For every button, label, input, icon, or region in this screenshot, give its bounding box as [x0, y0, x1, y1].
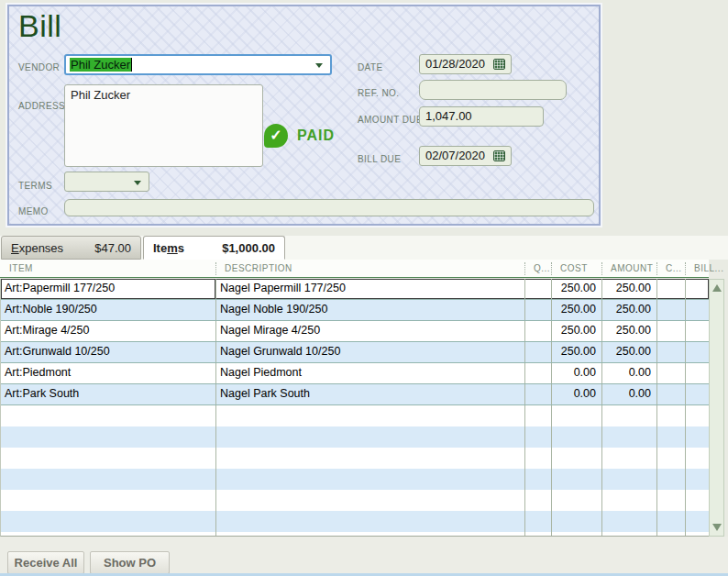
footer-bar: Receive All Show PO	[0, 537, 728, 576]
col-header-customer[interactable]: C...	[656, 262, 685, 275]
col-header-billable[interactable]: BILL...	[685, 262, 708, 275]
vertical-scrollbar[interactable]	[709, 279, 724, 537]
bill-due-label: BILL DUE	[358, 154, 401, 164]
cell-item[interactable]: Art:Park South	[1, 384, 216, 404]
empty-row[interactable]	[1, 448, 709, 469]
empty-row[interactable]	[1, 405, 709, 426]
terms-label: TERMS	[18, 181, 52, 191]
cell-customer[interactable]	[657, 279, 686, 299]
cell-amount[interactable]: 250.00	[602, 342, 657, 362]
refno-label: REF. NO.	[358, 88, 399, 98]
cell-description[interactable]: Nagel Piedmont	[216, 363, 525, 383]
table-row[interactable]: Art:Papermill 177/250 Nagel Papermill 17…	[1, 279, 709, 300]
date-label: DATE	[358, 62, 383, 72]
calendar-icon[interactable]	[493, 150, 505, 161]
page-title: Bill	[18, 8, 61, 44]
cell-qty[interactable]	[525, 321, 552, 341]
cell-amount[interactable]: 0.00	[602, 363, 657, 383]
date-input[interactable]: 01/28/2020	[419, 54, 512, 74]
amount-due-input[interactable]: 1,047.00	[419, 106, 544, 127]
cell-billable[interactable]	[686, 321, 709, 341]
cell-cost[interactable]: 250.00	[552, 342, 602, 362]
empty-row[interactable]	[1, 426, 709, 448]
cell-cost[interactable]: 0.00	[552, 363, 602, 383]
tab-items-amount: $1,000.00	[222, 241, 275, 255]
items-grid: Art:Papermill 177/250 Nagel Papermill 17…	[0, 279, 709, 537]
cell-billable[interactable]	[686, 279, 709, 299]
col-header-qty[interactable]: Q...	[524, 262, 551, 275]
paid-check-icon: ✓	[264, 124, 288, 148]
memo-input[interactable]	[64, 199, 594, 216]
cell-customer[interactable]	[657, 363, 686, 383]
cell-cost[interactable]: 250.00	[552, 279, 602, 299]
col-header-description[interactable]: DESCRIPTION	[215, 262, 524, 275]
cell-item[interactable]: Art:Noble 190/250	[1, 300, 216, 320]
expense-item-tabbar: Expenses $47.00 Items $1,000.00	[0, 236, 728, 260]
bill-form-panel: Bill VENDOR Phil Zucker ADDRESS Phil Zuc…	[7, 5, 601, 226]
cell-customer[interactable]	[657, 300, 686, 320]
cell-billable[interactable]	[686, 300, 709, 320]
cell-qty[interactable]	[525, 384, 552, 404]
chevron-down-icon[interactable]	[315, 63, 323, 68]
cell-billable[interactable]	[686, 342, 709, 362]
vendor-value: Phil Zucker	[70, 58, 132, 72]
cell-item[interactable]: Art:Papermill 177/250	[1, 279, 216, 299]
address-textarea[interactable]: Phil Zucker	[64, 84, 263, 167]
cell-item[interactable]: Art:Mirage 4/250	[1, 321, 216, 341]
cell-billable[interactable]	[686, 363, 709, 383]
cell-amount[interactable]: 250.00	[602, 300, 657, 320]
cell-cost[interactable]: 0.00	[552, 384, 602, 404]
bill-due-input[interactable]: 02/07/2020	[419, 146, 512, 166]
vendor-combobox[interactable]: Phil Zucker	[64, 54, 332, 75]
cell-qty[interactable]	[525, 300, 552, 320]
col-header-amount[interactable]: AMOUNT	[601, 262, 656, 275]
paid-text: PAID	[297, 127, 335, 144]
empty-row[interactable]	[1, 511, 709, 532]
items-grid-header: ITEM DESCRIPTION Q... COST AMOUNT C... B…	[0, 260, 709, 278]
cell-item[interactable]: Art:Piedmont	[1, 363, 216, 383]
tab-items[interactable]: Items $1,000.00	[143, 236, 285, 260]
col-header-cost[interactable]: COST	[551, 262, 601, 275]
cell-description[interactable]: Nagel Grunwald 10/250	[216, 342, 525, 362]
tab-expenses[interactable]: Expenses $47.00	[1, 236, 141, 260]
cell-item[interactable]: Art:Grunwald 10/250	[1, 342, 216, 362]
cell-billable[interactable]	[686, 384, 709, 404]
table-row[interactable]: Art:Grunwald 10/250 Nagel Grunwald 10/25…	[1, 342, 709, 363]
empty-row[interactable]	[1, 490, 709, 511]
empty-row[interactable]	[1, 469, 709, 490]
table-row[interactable]: Art:Park South Nagel Park South 0.00 0.0…	[1, 384, 709, 405]
scroll-down-icon[interactable]	[712, 524, 722, 531]
cell-description[interactable]: Nagel Noble 190/250	[216, 300, 525, 320]
cell-qty[interactable]	[525, 279, 552, 299]
tab-expenses-label: Expenses	[11, 241, 63, 255]
memo-label: MEMO	[18, 206, 49, 216]
cell-cost[interactable]: 250.00	[552, 321, 602, 341]
cell-qty[interactable]	[525, 342, 552, 362]
scroll-up-icon[interactable]	[712, 284, 722, 292]
chevron-down-icon[interactable]	[134, 181, 141, 185]
cell-amount[interactable]: 250.00	[602, 279, 657, 299]
cell-amount[interactable]: 250.00	[602, 321, 657, 341]
tab-items-label: Items	[153, 241, 184, 255]
receive-all-button[interactable]: Receive All	[7, 551, 84, 574]
address-value: Phil Zucker	[71, 88, 130, 102]
cell-customer[interactable]	[657, 321, 686, 341]
bill-window: { "window": { "title": "Bill" }, "form":…	[0, 0, 728, 576]
cell-customer[interactable]	[657, 384, 686, 404]
cell-customer[interactable]	[657, 342, 686, 362]
cell-description[interactable]: Nagel Mirage 4/250	[216, 321, 525, 341]
table-row[interactable]: Art:Noble 190/250 Nagel Noble 190/250 25…	[1, 300, 709, 321]
show-po-button[interactable]: Show PO	[90, 551, 170, 574]
calendar-icon[interactable]	[493, 59, 505, 70]
cell-amount[interactable]: 0.00	[602, 384, 657, 404]
cell-description[interactable]: Nagel Park South	[216, 384, 525, 404]
cell-qty[interactable]	[525, 363, 552, 383]
cell-description[interactable]: Nagel Papermill 177/250	[216, 279, 525, 299]
terms-dropdown[interactable]	[64, 172, 149, 192]
refno-input[interactable]	[419, 80, 567, 100]
cell-cost[interactable]: 250.00	[552, 300, 602, 320]
vendor-label: VENDOR	[18, 62, 60, 72]
table-row[interactable]: Art:Piedmont Nagel Piedmont 0.00 0.00	[1, 363, 709, 384]
col-header-item[interactable]: ITEM	[0, 262, 215, 275]
table-row[interactable]: Art:Mirage 4/250 Nagel Mirage 4/250 250.…	[1, 321, 709, 342]
